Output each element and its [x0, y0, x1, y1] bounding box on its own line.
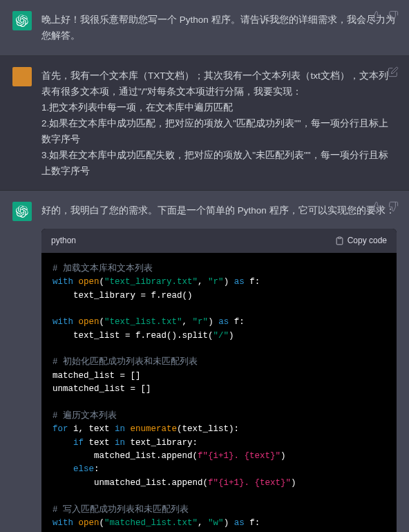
assistant-message: 晚上好！我很乐意帮助您写一个 Python 程序。请告诉我您的详细需求，我会尽力…	[0, 0, 409, 56]
user-text-line: 3.如果在文本库中成功匹配失败，把对应的项放入"未匹配列表""，每一项分行且标上…	[41, 148, 397, 180]
code-block: python Copy code # 加载文本库和文本列表 with open(…	[41, 229, 397, 532]
clipboard-icon	[335, 236, 344, 245]
thumbs-down-button[interactable]	[387, 10, 399, 22]
message-content: 晚上好！我很乐意帮助您写一个 Python 程序。请告诉我您的详细需求，我会尽力…	[41, 11, 397, 44]
copy-label: Copy code	[348, 234, 387, 247]
message-actions	[370, 10, 399, 22]
copy-code-button[interactable]: Copy code	[335, 234, 387, 247]
user-text-line: 首先，我有一个文本库（TXT文档）；其次我有一个文本列表（txt文档），文本列表…	[41, 68, 397, 100]
code-header: python Copy code	[41, 229, 397, 252]
user-message: 首先，我有一个文本库（TXT文档）；其次我有一个文本列表（txt文档），文本列表…	[0, 56, 409, 191]
message-content: 首先，我有一个文本库（TXT文档）；其次我有一个文本列表（txt文档），文本列表…	[41, 67, 397, 180]
assistant-intro: 好的，我明白了您的需求。下面是一个简单的 Python 程序，它可以实现您的要求…	[41, 203, 397, 219]
message-text: 晚上好！我很乐意帮助您写一个 Python 程序。请告诉我您的详细需求，我会尽力…	[41, 15, 395, 41]
assistant-message: 好的，我明白了您的需求。下面是一个简单的 Python 程序，它可以实现您的要求…	[0, 191, 409, 532]
thumbs-up-button[interactable]	[370, 10, 383, 22]
assistant-avatar	[12, 202, 32, 221]
user-avatar	[12, 67, 32, 86]
message-actions	[370, 200, 399, 213]
user-text-line: 1.把文本列表中每一项，在文本库中遍历匹配	[41, 100, 397, 116]
openai-icon	[16, 205, 28, 218]
edit-button[interactable]	[387, 66, 399, 78]
message-actions	[387, 66, 399, 78]
user-text-line: 2.如果在文本库中成功匹配，把对应的项放入"匹配成功列表""，每一项分行且标上数…	[41, 116, 397, 148]
code-content: # 加载文本库和文本列表 with open("text_library.txt…	[41, 253, 397, 532]
message-content: 好的，我明白了您的需求。下面是一个简单的 Python 程序，它可以实现您的要求…	[41, 202, 397, 532]
assistant-avatar	[12, 11, 32, 30]
code-language: python	[51, 234, 76, 247]
thumbs-up-button[interactable]	[370, 200, 383, 213]
openai-icon	[16, 15, 28, 27]
thumbs-down-button[interactable]	[387, 200, 399, 213]
